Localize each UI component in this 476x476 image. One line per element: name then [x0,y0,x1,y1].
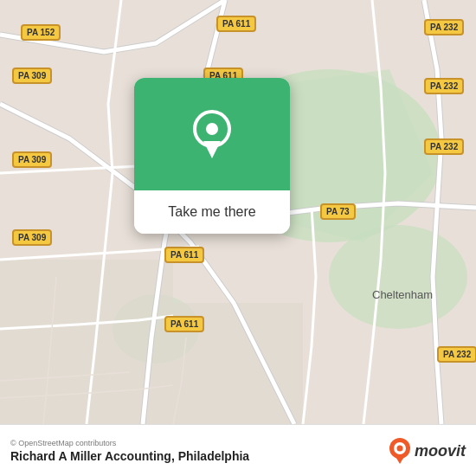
badge-pa232a: PA 232 [424,19,464,35]
svg-marker-10 [203,141,221,158]
badge-pa232c: PA 232 [424,138,464,155]
badge-pa309b: PA 309 [12,151,52,168]
badge-pa232d: PA 232 [437,346,476,363]
action-card: Take me there [134,78,290,234]
badge-pa611d: PA 611 [164,316,204,332]
svg-point-13 [396,446,402,452]
badge-pa309c: PA 309 [12,229,52,246]
badge-pa309a: PA 309 [12,68,52,84]
bottom-bar: © OpenStreetMap contributors Richard A M… [0,424,476,476]
moovit-logo: moovit [389,438,466,464]
badge-pa73: PA 73 [320,203,356,220]
svg-point-2 [329,225,467,329]
map-background: Cheltenham PA 152 PA 611 PA 232 PA 309 P… [0,0,476,424]
svg-text:Cheltenham: Cheltenham [372,288,433,301]
svg-marker-14 [395,455,405,464]
moovit-brand-text: moovit [415,442,466,460]
button-label: Take me there [168,204,255,220]
badge-pa232b: PA 232 [424,78,464,94]
card-top [134,78,290,190]
svg-point-9 [206,123,218,135]
location-pin-icon [191,108,233,160]
badge-pa152: PA 152 [21,24,61,41]
take-me-there-button[interactable]: Take me there [134,190,290,234]
badge-pa611c: PA 611 [164,247,204,263]
badge-pa611a: PA 611 [216,16,256,32]
moovit-pin-icon [389,438,411,464]
